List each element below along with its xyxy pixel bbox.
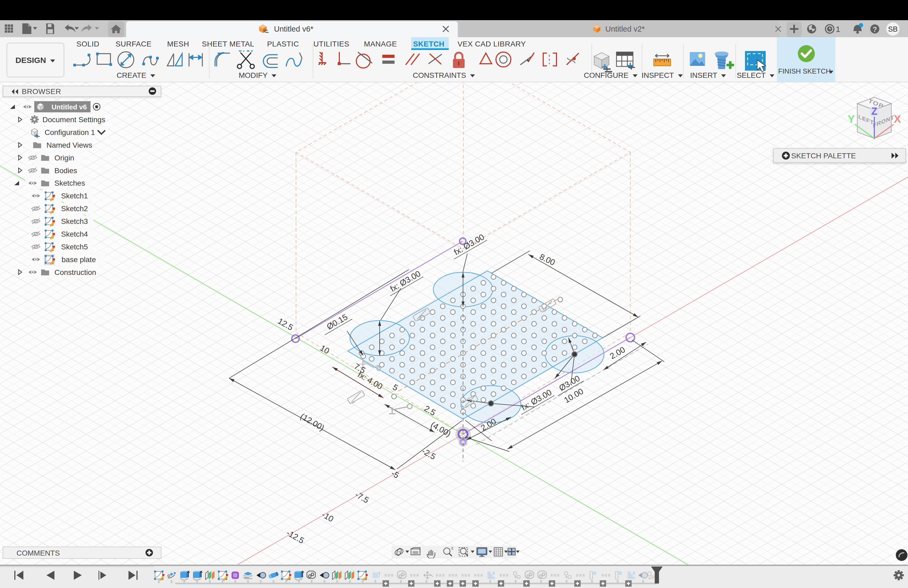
svg-text:Document Settings: Document Settings: [42, 116, 105, 124]
svg-text:Construction: Construction: [55, 268, 96, 277]
svg-text:Origin: Origin: [55, 154, 74, 162]
svg-text:Sketch1: Sketch1: [61, 192, 88, 200]
svg-text:Sketches: Sketches: [55, 179, 85, 187]
svg-text:Sketch4: Sketch4: [61, 230, 88, 238]
svg-text:Untitled v6: Untitled v6: [52, 103, 87, 111]
svg-text:Y: Y: [848, 113, 855, 125]
svg-text:1: 1: [836, 25, 840, 34]
svg-text:X: X: [894, 113, 901, 125]
svg-text:+: +: [398, 549, 400, 554]
svg-text:Configuration 1: Configuration 1: [45, 128, 95, 137]
svg-text:Sketch2: Sketch2: [61, 205, 88, 213]
svg-text:±: ±: [451, 546, 454, 550]
svg-text:Sketch5: Sketch5: [61, 243, 88, 251]
svg-text:Untitled v2*: Untitled v2*: [605, 25, 645, 33]
svg-text:Named Views: Named Views: [47, 141, 92, 149]
svg-text:Sketch3: Sketch3: [61, 217, 88, 226]
svg-text:base plate: base plate: [61, 256, 96, 264]
svg-text:Z: Z: [871, 106, 877, 117]
svg-text:FINISH SKETCH: FINISH SKETCH: [778, 67, 831, 75]
svg-text:Untitled v6*: Untitled v6*: [274, 25, 313, 33]
svg-text:SB: SB: [888, 25, 898, 33]
svg-text:?: ?: [873, 26, 877, 34]
svg-text:Bodies: Bodies: [55, 166, 77, 175]
